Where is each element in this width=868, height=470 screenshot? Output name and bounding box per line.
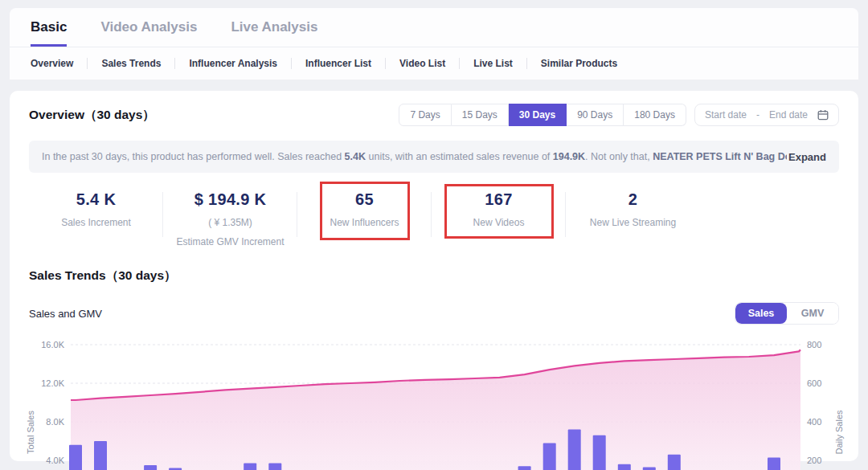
summary-banner: In the past 30 days, this product has pe… — [29, 141, 839, 173]
stat-label: Estimate GMV Increment — [163, 236, 297, 247]
stat-new-influencers: 65 New Influencers — [297, 190, 432, 256]
svg-text:4.0K: 4.0K — [46, 456, 64, 465]
date-range-picker[interactable]: Start date - End date — [694, 104, 839, 126]
svg-text:12.0K: 12.0K — [41, 378, 64, 388]
stat-value: $ 194.9 K — [163, 190, 297, 209]
range-7-days[interactable]: 7 Days — [399, 104, 451, 126]
stats-row: 5.4 K Sales Increment $ 194.9 K ( ¥ 1.35… — [29, 190, 839, 256]
date-range-buttons: 7 Days 15 Days 30 Days 90 Days 180 Days — [399, 104, 686, 126]
nav-influencer-analysis[interactable]: Influencer Analysis — [175, 58, 292, 69]
nav-video-list[interactable]: Video List — [386, 58, 460, 69]
svg-text:800: 800 — [807, 340, 821, 349]
stat-new-videos: 167 New Videos — [432, 190, 566, 256]
tab-live-analysis[interactable]: Live Analysis — [231, 19, 317, 47]
sales-gmv-toggle: Sales GMV — [735, 302, 839, 325]
date-controls: 7 Days 15 Days 30 Days 90 Days 180 Days … — [399, 104, 839, 126]
toggle-gmv[interactable]: GMV — [787, 303, 838, 324]
nav-live-list[interactable]: Live List — [460, 58, 527, 69]
svg-text:8.0K: 8.0K — [46, 417, 64, 427]
expand-link[interactable]: Expand — [788, 151, 826, 163]
stat-gmv-increment: $ 194.9 K ( ¥ 1.35M) Estimate GMV Increm… — [163, 190, 297, 256]
svg-text:400: 400 — [807, 417, 821, 427]
range-90-days[interactable]: 90 Days — [567, 104, 624, 126]
tab-basic[interactable]: Basic — [31, 19, 67, 47]
svg-text:16.0K: 16.0K — [41, 340, 64, 349]
svg-text:Total Sales: Total Sales — [26, 411, 35, 454]
overview-title: Overview（30 days） — [29, 107, 155, 124]
tab-video-analysis[interactable]: Video Analysis — [100, 19, 197, 47]
highlight-box-videos — [444, 184, 554, 239]
range-15-days[interactable]: 15 Days — [452, 104, 509, 126]
svg-text:200: 200 — [807, 456, 821, 465]
stat-sub-value: ( ¥ 1.35M) — [163, 217, 297, 228]
calendar-icon — [817, 109, 829, 121]
stat-value: 5.4 K — [29, 190, 163, 209]
product-name: NEATER PETS Lift N' Bag Dog Pooper Scoop… — [653, 151, 787, 162]
end-date-input[interactable]: End date — [769, 109, 808, 121]
stat-value: 2 — [566, 190, 700, 209]
toggle-sales[interactable]: Sales — [735, 303, 787, 324]
nav-overview[interactable]: Overview — [31, 58, 88, 69]
stat-label: New Live Streaming — [566, 217, 700, 228]
sales-trends-title: Sales Trends（30 days） — [29, 268, 839, 284]
nav-sales-trends[interactable]: Sales Trends — [88, 58, 175, 69]
svg-text:Daily Sales: Daily Sales — [834, 410, 844, 455]
chart-subtitle: Sales and GMV — [29, 308, 102, 320]
stat-new-live-streaming: 2 New Live Streaming — [566, 190, 700, 256]
highlight-box-influencers — [320, 182, 410, 240]
stat-label: Sales Increment — [29, 217, 163, 228]
summary-text: In the past 30 days, this product has pe… — [42, 151, 787, 162]
sales-gmv-chart: 2004006008004.0K8.0K12.0K16.0KTotal Sale… — [10, 334, 858, 470]
section-nav: Overview Sales Trends Influencer Analysi… — [10, 47, 858, 80]
svg-text:600: 600 — [807, 378, 821, 388]
main-card: Overview（30 days） 7 Days 15 Days 30 Days… — [10, 91, 858, 461]
range-180-days[interactable]: 180 Days — [624, 104, 686, 126]
main-tabs: Basic Video Analysis Live Analysis — [10, 8, 858, 47]
header: Basic Video Analysis Live Analysis Overv… — [10, 8, 858, 80]
nav-influencer-list[interactable]: Influencer List — [292, 58, 386, 69]
date-separator: - — [756, 109, 760, 121]
start-date-input[interactable]: Start date — [705, 109, 747, 121]
range-30-days[interactable]: 30 Days — [509, 104, 567, 126]
stat-sales-increment: 5.4 K Sales Increment — [29, 190, 163, 256]
nav-similar-products[interactable]: Similar Products — [527, 58, 631, 69]
